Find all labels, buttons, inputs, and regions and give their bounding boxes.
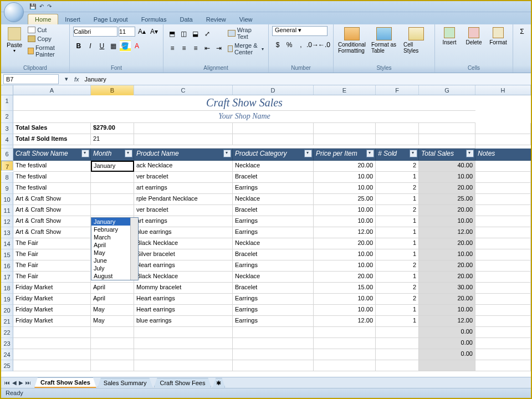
cell[interactable]: The Fair (13, 260, 91, 272)
filter-button[interactable] (366, 150, 374, 157)
namebox-dropdown-icon[interactable]: ▾ (61, 75, 72, 83)
cell[interactable]: 1 (376, 316, 419, 327)
cell[interactable]: Total # Sold Items (13, 134, 91, 145)
underline-button[interactable]: U (96, 40, 108, 52)
cell[interactable]: 12.00 (419, 227, 475, 238)
decrease-decimal-button[interactable]: ←.0 (319, 39, 330, 50)
cell[interactable] (376, 349, 419, 360)
sheet-tab[interactable]: Sales Summary (98, 378, 153, 387)
font-size-select[interactable] (119, 27, 135, 37)
cell[interactable]: The Fair (13, 238, 91, 249)
row-header[interactable]: 2 (1, 111, 13, 123)
office-button[interactable] (4, 2, 24, 22)
cell[interactable] (91, 338, 134, 349)
table-header[interactable]: Notes (475, 149, 531, 161)
shrink-font-button[interactable]: A▾ (149, 26, 160, 37)
cell[interactable] (475, 305, 531, 316)
cell[interactable]: Friday Market (13, 316, 91, 327)
cell[interactable]: 10.00 (314, 305, 376, 316)
sheet-title[interactable]: Craft Show Sales (13, 95, 475, 111)
cell[interactable] (91, 172, 134, 183)
cell[interactable] (475, 316, 531, 327)
col-header-a[interactable]: A (13, 85, 91, 95)
formula-value[interactable]: January (81, 76, 106, 83)
name-box[interactable] (3, 74, 59, 84)
cell[interactable]: 20.00 (419, 183, 475, 194)
cell[interactable] (91, 205, 134, 216)
cell[interactable] (134, 123, 233, 134)
cell[interactable]: Necklace (233, 238, 314, 249)
cell[interactable]: 0.00 (419, 327, 475, 338)
cell[interactable]: 20.00 (419, 205, 475, 216)
cell[interactable] (233, 360, 314, 371)
align-right-button[interactable]: ≡ (190, 43, 201, 54)
fx-icon[interactable]: fx (72, 76, 81, 83)
align-left-button[interactable]: ≡ (167, 43, 178, 54)
cell[interactable]: Bracelet (233, 172, 314, 183)
cell[interactable]: 10.00 (419, 172, 475, 183)
row-header[interactable]: 4 (1, 134, 13, 145)
wrap-text-button[interactable]: Wrap Text (227, 26, 265, 40)
cell[interactable]: Bracelet (233, 249, 314, 260)
cell[interactable]: Bracelet (233, 205, 314, 216)
row-header[interactable]: 12 (1, 216, 13, 227)
filter-button[interactable] (466, 150, 474, 157)
cell[interactable] (475, 205, 531, 216)
cell[interactable]: 1 (376, 227, 419, 238)
sheet-nav-first-icon[interactable]: ⏮ (3, 380, 11, 386)
col-header-g[interactable]: G (419, 85, 475, 95)
cell[interactable] (134, 134, 233, 145)
tab-formulas[interactable]: Formulas (135, 14, 173, 24)
insert-cells-button[interactable]: Insert (438, 26, 461, 47)
currency-button[interactable]: $ (272, 39, 283, 50)
cell[interactable]: ver bracelet (134, 205, 233, 216)
cell[interactable] (134, 349, 233, 360)
cell[interactable]: Black Necklace (134, 272, 233, 283)
cell[interactable]: 15.00 (314, 283, 376, 294)
cell[interactable]: 20.00 (314, 238, 376, 249)
cell[interactable] (419, 360, 475, 371)
cell[interactable]: Friday Market (13, 294, 91, 305)
col-header-f[interactable]: F (376, 85, 419, 95)
row-header[interactable]: 7 (1, 161, 13, 171)
cell[interactable]: Earrings (233, 294, 314, 305)
comma-button[interactable]: , (295, 39, 306, 50)
cell[interactable]: 20.00 (314, 161, 376, 172)
delete-cells-button[interactable]: Delete (463, 26, 485, 47)
cell[interactable] (134, 360, 233, 371)
table-header[interactable]: Product Name (134, 149, 233, 161)
cell[interactable]: 25.00 (314, 194, 376, 205)
format-painter-button[interactable]: Format Painter (27, 44, 66, 58)
cell[interactable] (475, 227, 531, 238)
number-format-select[interactable]: General ▾ (272, 26, 328, 36)
cell[interactable]: 12.00 (314, 227, 376, 238)
cell[interactable]: April (91, 283, 134, 294)
cell[interactable] (376, 327, 419, 338)
cell[interactable]: 10.00 (314, 183, 376, 194)
row-header[interactable]: 20 (1, 305, 13, 316)
align-top-button[interactable]: ⬒ (167, 28, 178, 39)
cell[interactable]: 10.00 (314, 294, 376, 305)
cell[interactable] (314, 349, 376, 360)
cell[interactable] (475, 294, 531, 305)
row-header[interactable]: 8 (1, 172, 13, 183)
row-header[interactable]: 25 (1, 360, 13, 371)
cell[interactable]: Necklace (233, 272, 314, 283)
filter-button[interactable] (223, 150, 231, 157)
decrease-indent-button[interactable]: ⇤ (202, 43, 213, 54)
cell[interactable]: art earrings (134, 216, 233, 227)
cell[interactable]: $279.00 (91, 123, 134, 134)
cell[interactable] (475, 327, 531, 338)
cell[interactable] (475, 134, 531, 145)
cell[interactable] (91, 183, 134, 194)
merge-center-button[interactable]: Merge & Center▾ (227, 42, 265, 56)
new-sheet-button[interactable]: ✱ (212, 378, 225, 388)
row-header[interactable]: 17 (1, 272, 13, 283)
col-header-d[interactable]: D (233, 85, 314, 95)
cell[interactable]: ack Necklace (134, 161, 233, 172)
cell-styles-button[interactable]: Cell Styles (401, 26, 431, 55)
cell[interactable]: 10.00 (314, 249, 376, 260)
cell[interactable] (475, 360, 531, 371)
cell[interactable]: ver bracelet (134, 172, 233, 183)
percent-button[interactable]: % (284, 39, 295, 50)
